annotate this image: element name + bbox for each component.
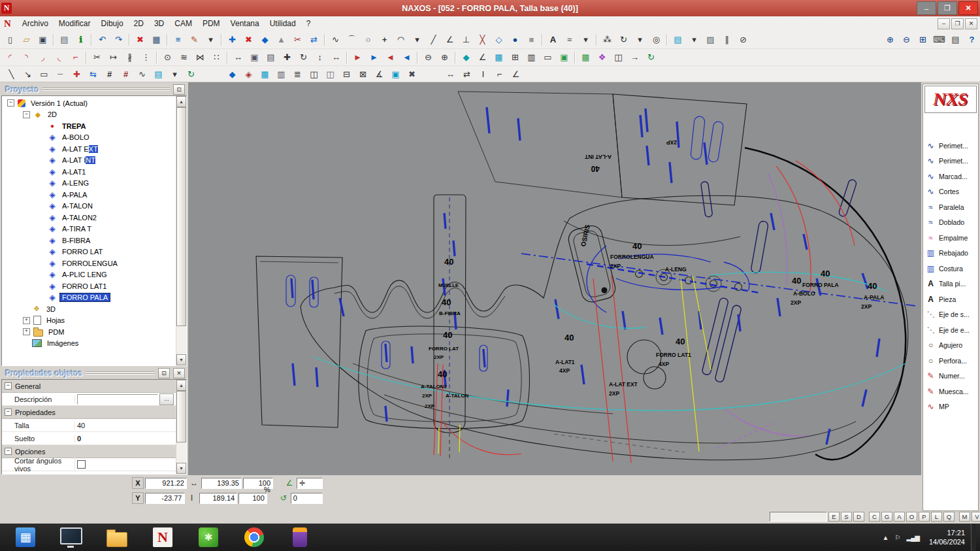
dropdown-icon[interactable]: ▾ (409, 32, 425, 48)
keyboard-icon[interactable]: ⌨ (931, 32, 947, 48)
zoom-y-field[interactable]: 100 (238, 493, 267, 504)
spline-curve-icon[interactable]: ⌒ (344, 32, 360, 48)
angle-input[interactable]: 0 (291, 493, 323, 504)
delete-icon[interactable]: ✖ (132, 32, 148, 48)
tab-measure-icon[interactable]: ⇄ (459, 66, 475, 82)
mode-toggle-o[interactable]: O (906, 512, 917, 522)
back-red-icon[interactable]: ◄ (382, 50, 399, 65)
property-row-descripci-n[interactable]: Descripción... (2, 393, 176, 406)
zoom-window-icon[interactable]: ⊞ (915, 32, 931, 48)
tray-clock[interactable]: 17:21 14/06/2024 (925, 528, 965, 547)
tool-agujero[interactable]: ○Agujero (923, 338, 978, 354)
polyline-tool-icon[interactable]: ∠ (442, 32, 458, 48)
perpendicular-tool-icon[interactable]: ⊥ (458, 32, 474, 48)
point-mark-tool-icon[interactable]: ● (507, 32, 523, 48)
magnify-minus-icon[interactable]: ⊖ (420, 50, 436, 65)
tree-item-versi-n-1-actual-[interactable]: −Versión 1 (Actual) (2, 97, 176, 109)
select-corner-icon[interactable]: ↘ (20, 66, 36, 82)
mode-toggle-v[interactable]: V (972, 512, 980, 522)
section-collapse-box[interactable]: − (5, 409, 12, 416)
info-icon[interactable]: ℹ (73, 32, 89, 48)
expand-box[interactable]: + (23, 328, 30, 335)
mode-toggle-g[interactable]: G (881, 512, 892, 522)
move-points-icon[interactable]: ✚ (224, 32, 240, 48)
candle-app-icon[interactable] (287, 525, 312, 550)
move-icon[interactable]: ✚ (279, 50, 295, 65)
pencil-color-icon[interactable]: ✎ (186, 32, 203, 48)
delete-element-icon[interactable]: ✖ (240, 32, 257, 48)
tree-item-a-bolo[interactable]: ◈A-BOLO (2, 132, 176, 144)
tree-item-a-lat-ext[interactable]: ◈A-LAT EXT (2, 143, 176, 155)
file-explorer-icon[interactable] (105, 525, 129, 550)
scatter-tool-icon[interactable]: ⁂ (599, 32, 615, 48)
language-flag-icon[interactable]: ⚐ (895, 534, 901, 541)
scrollbar-thumb[interactable] (176, 391, 186, 442)
width-measure-icon[interactable]: ↔ (442, 66, 459, 82)
open-file-icon[interactable]: ▱ (18, 32, 35, 48)
tool-rebajado[interactable]: ▥Rebajado (923, 246, 978, 261)
tray-expand-icon[interactable]: ▲ (883, 534, 889, 541)
my-computer-icon[interactable] (59, 525, 84, 550)
target-tool-icon[interactable]: ◎ (648, 32, 664, 48)
rotate-icon[interactable]: ↺ (278, 493, 289, 503)
tree-item-a-tira-t[interactable]: ◈A-TIRA T (2, 224, 176, 235)
tool-perimet-[interactable]: ∿Perimet... (923, 154, 978, 169)
tool-costura[interactable]: ▥Costura (923, 261, 978, 276)
measure-icon[interactable]: ↔ (230, 50, 246, 65)
mode-toggle-c[interactable]: C (869, 512, 880, 522)
dropdown-icon[interactable]: ▾ (632, 32, 648, 48)
tree-item-hojas[interactable]: +Hojas (2, 315, 176, 327)
magnify-plus-icon[interactable]: ⊕ (436, 50, 453, 65)
tree-item-trepa[interactable]: ●TREPA (2, 120, 176, 132)
image-icon[interactable]: ▦ (578, 50, 594, 65)
diamond-hatch-icon[interactable]: ◈ (240, 66, 257, 82)
diamond-outline-tool-icon[interactable]: ◇ (491, 32, 507, 48)
mode-toggle-m[interactable]: M (959, 512, 970, 522)
divide-tool-icon[interactable]: ⊘ (735, 32, 751, 48)
scale-icon[interactable]: ↕ (312, 50, 328, 65)
tree-item-im-genes[interactable]: Imágenes (2, 338, 176, 350)
layer-view-icon[interactable]: ▤ (150, 66, 167, 82)
angle-measure-icon[interactable]: ∠ (508, 66, 524, 82)
break-icon[interactable]: ∦ (122, 50, 138, 65)
tree-item-a-lat1[interactable]: ◈A-LAT1 (2, 166, 176, 178)
table-icon[interactable]: ▥ (523, 50, 540, 65)
hash-dark-icon[interactable]: # (101, 66, 118, 82)
mode-toggle-e[interactable]: E (828, 512, 840, 522)
tool-talla-pi-[interactable]: ATalla pi... (923, 276, 978, 292)
tool-marcad-[interactable]: ∿Marcad... (923, 169, 978, 184)
property-row-cortar-ngulos-vivos[interactable]: Cortar ángulos vivos (2, 458, 176, 471)
menu-ventana[interactable]: Ventana (225, 18, 265, 29)
panel-split-icon[interactable]: ◫ (610, 50, 627, 65)
chrome-icon[interactable] (242, 525, 267, 550)
dropdown-icon[interactable]: ▾ (167, 66, 183, 82)
corner-measure-icon[interactable]: ⌐ (491, 66, 508, 82)
x-value-field[interactable]: 921.22 (145, 478, 187, 489)
dropdown-icon[interactable]: ▾ (578, 32, 594, 48)
play-red-icon[interactable]: ► (350, 50, 366, 65)
hatch-tool-icon[interactable]: ▨ (702, 32, 719, 48)
book-icon[interactable]: ▥ (273, 66, 289, 82)
exchange-icon[interactable]: ⇆ (85, 66, 101, 82)
close-button[interactable]: ✕ (958, 1, 978, 15)
mdi-minimize-button[interactable]: – (938, 18, 950, 29)
layer-list-icon[interactable]: ≡ (170, 32, 186, 48)
fillet-tr-icon[interactable]: ◝ (18, 50, 35, 65)
curve-icon[interactable]: ∿ (134, 66, 150, 82)
dropdown-icon[interactable]: ▾ (686, 32, 702, 48)
section-collapse-box[interactable]: − (5, 448, 12, 455)
diamond-fill-icon[interactable]: ◆ (224, 66, 240, 82)
tool-muesca-[interactable]: ✎Muesca... (923, 384, 978, 399)
description-input[interactable] (77, 394, 158, 405)
tree-item-forro-lat[interactable]: ◈FORRO LAT (2, 246, 176, 258)
tree-item-a-pala[interactable]: ◈A-PALA (2, 189, 176, 201)
menu-2d[interactable]: 2D (129, 18, 149, 29)
eraser-icon[interactable]: ≣ (289, 66, 306, 82)
save-file-icon[interactable]: ▣ (35, 32, 51, 48)
tree-item-a-plic-leng[interactable]: ◈A-PLIC LENG (2, 269, 176, 281)
panel-close-button[interactable]: ✕ (173, 368, 185, 378)
panel-b-icon[interactable]: ◫ (322, 66, 338, 82)
scroll-down-button[interactable]: ▼ (176, 354, 186, 365)
print-queue-icon[interactable]: ▤ (56, 32, 73, 48)
tree-item-2d[interactable]: −◆2D (2, 109, 176, 121)
